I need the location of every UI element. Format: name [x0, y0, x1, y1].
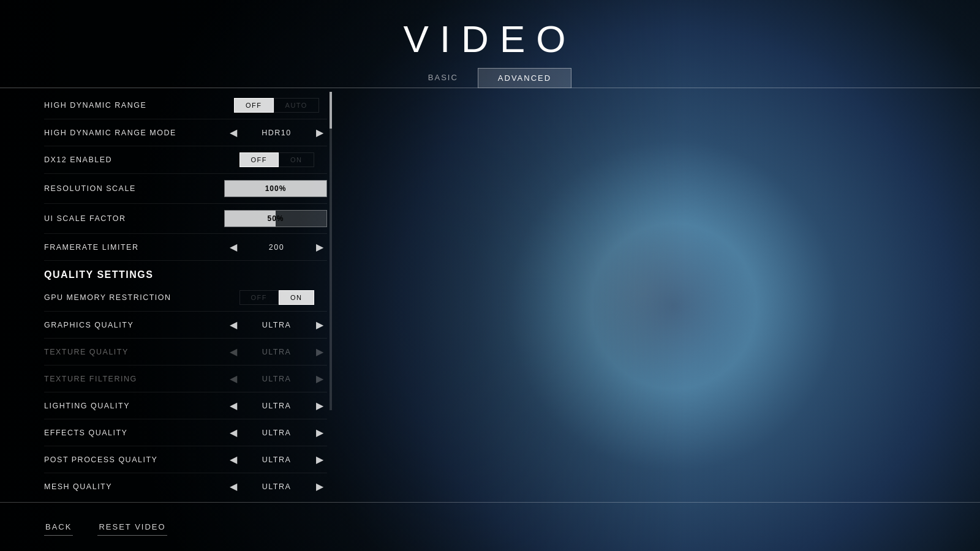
setting-row-resolution: RESOLUTION SCALE 100% [44, 174, 327, 204]
tab-advanced[interactable]: ADVANCED [478, 68, 571, 88]
setting-label-lighting-quality: LIGHTING QUALITY [44, 402, 130, 410]
setting-row-texture-filtering: TEXTURE FILTERING ◀ ULTRA ▶ [44, 365, 327, 392]
setting-row-hdr-mode: HIGH DYNAMIC RANGE MODE ◀ HDR10 ▶ [44, 119, 327, 146]
setting-control-hdr-mode: ◀ HDR10 ▶ [226, 126, 327, 140]
setting-control-hdr: OFF AUTO [226, 98, 327, 113]
arrow-right-graphics-quality[interactable]: ▶ [312, 318, 327, 332]
setting-control-mesh-quality: ◀ ULTRA ▶ [226, 479, 327, 493]
arrow-left-texture-quality[interactable]: ◀ [226, 345, 241, 359]
setting-control-effects-quality: ◀ ULTRA ▶ [226, 425, 327, 440]
toggle-group-hdr: OFF AUTO [234, 98, 319, 113]
tabs-container: BASIC ADVANCED [0, 68, 980, 88]
setting-label-dx12: DX12 ENABLED [44, 156, 112, 164]
setting-row-effects-quality: EFFECTS QUALITY ◀ ULTRA ▶ [44, 419, 327, 446]
arrow-left-framerate[interactable]: ◀ [226, 240, 241, 254]
setting-row-framerate: FRAMERATE LIMITER ◀ 200 ▶ [44, 234, 327, 261]
arrow-left-graphics-quality[interactable]: ◀ [226, 318, 241, 332]
settings-panel: HIGH DYNAMIC RANGE OFF AUTO HIGH DYNAMIC… [44, 92, 332, 496]
setting-label-texture-filtering: TEXTURE FILTERING [44, 375, 137, 383]
tab-basic[interactable]: BASIC [409, 68, 478, 88]
selector-value-post-process: ULTRA [252, 455, 301, 464]
setting-control-lighting-quality: ◀ ULTRA ▶ [226, 399, 327, 413]
setting-label-texture-quality: TEXTURE QUALITY [44, 348, 129, 356]
setting-label-hdr: HIGH DYNAMIC RANGE [44, 101, 146, 110]
setting-label-gpu-memory: GPU MEMORY RESTRICTION [44, 293, 172, 302]
arrow-right-framerate[interactable]: ▶ [312, 240, 327, 254]
arrow-left-post-process[interactable]: ◀ [226, 452, 241, 467]
bottom-bar: BACK RESET VIDEO [0, 502, 980, 551]
slider-value-ui-scale: 50% [267, 214, 284, 223]
page-title: VIDEO [0, 17, 980, 61]
slider-track-resolution: 100% [224, 180, 327, 197]
slider-resolution[interactable]: 100% [224, 180, 327, 197]
arrow-right-texture-quality[interactable]: ▶ [312, 345, 327, 359]
section-quality-settings: QUALITY SETTINGS [44, 261, 327, 284]
arrow-right-hdr-mode[interactable]: ▶ [312, 126, 327, 140]
setting-control-texture-quality: ◀ ULTRA ▶ [226, 345, 327, 359]
setting-row-ui-scale: UI SCALE FACTOR 50% [44, 204, 327, 234]
arrow-right-mesh-quality[interactable]: ▶ [312, 479, 327, 493]
setting-row-texture-quality: TEXTURE QUALITY ◀ ULTRA ▶ [44, 339, 327, 365]
setting-control-dx12: OFF ON [226, 152, 327, 167]
section-quality-settings-label: QUALITY SETTINGS [44, 269, 153, 280]
arrow-left-lighting-quality[interactable]: ◀ [226, 399, 241, 413]
slider-ui-scale[interactable]: 50% [224, 210, 327, 227]
selector-value-texture-filtering: ULTRA [252, 375, 301, 383]
toggle-off-gpu-memory[interactable]: OFF [239, 290, 279, 305]
setting-label-mesh-quality: MESH QUALITY [44, 482, 112, 491]
setting-control-gpu-memory: OFF ON [226, 290, 327, 305]
selector-value-framerate: 200 [252, 243, 301, 252]
toggle-group-gpu-memory: OFF ON [239, 290, 314, 305]
setting-control-framerate: ◀ 200 ▶ [226, 240, 327, 254]
slider-value-resolution: 100% [265, 184, 287, 193]
toggle-group-dx12: OFF ON [239, 152, 314, 167]
arrow-right-post-process[interactable]: ▶ [312, 452, 327, 467]
arrow-right-lighting-quality[interactable]: ▶ [312, 399, 327, 413]
setting-row-gpu-memory: GPU MEMORY RESTRICTION OFF ON [44, 284, 327, 312]
setting-control-post-process: ◀ ULTRA ▶ [226, 452, 327, 467]
setting-label-ui-scale: UI SCALE FACTOR [44, 214, 126, 223]
selector-value-hdr-mode: HDR10 [252, 129, 301, 137]
page: VIDEO BASIC ADVANCED HIGH DYNAMIC RANGE … [0, 0, 980, 551]
selector-value-mesh-quality: ULTRA [252, 482, 301, 491]
setting-label-graphics-quality: GRAPHICS QUALITY [44, 321, 134, 329]
setting-row-lighting-quality: LIGHTING QUALITY ◀ ULTRA ▶ [44, 392, 327, 419]
selector-value-texture-quality: ULTRA [252, 348, 301, 356]
toggle-off-dx12[interactable]: OFF [239, 152, 279, 167]
toggle-auto-hdr[interactable]: AUTO [274, 98, 319, 113]
arrow-left-texture-filtering[interactable]: ◀ [226, 372, 241, 386]
arrow-left-mesh-quality[interactable]: ◀ [226, 479, 241, 493]
setting-row-hdr: HIGH DYNAMIC RANGE OFF AUTO [44, 92, 327, 119]
arrow-right-texture-filtering[interactable]: ▶ [312, 372, 327, 386]
setting-label-hdr-mode: HIGH DYNAMIC RANGE MODE [44, 129, 176, 137]
header: VIDEO BASIC ADVANCED [0, 0, 980, 88]
selector-value-graphics-quality: ULTRA [252, 321, 301, 329]
arrow-left-hdr-mode[interactable]: ◀ [226, 126, 241, 140]
setting-control-texture-filtering: ◀ ULTRA ▶ [226, 372, 327, 386]
arrow-right-effects-quality[interactable]: ▶ [312, 425, 327, 440]
toggle-off-hdr[interactable]: OFF [234, 98, 274, 113]
setting-row-mesh-quality: MESH QUALITY ◀ ULTRA ▶ [44, 473, 327, 496]
setting-label-post-process: POST PROCESS QUALITY [44, 455, 157, 464]
back-button[interactable]: BACK [44, 519, 73, 536]
setting-row-post-process: POST PROCESS QUALITY ◀ ULTRA ▶ [44, 446, 327, 473]
arrow-left-effects-quality[interactable]: ◀ [226, 425, 241, 440]
toggle-on-gpu-memory[interactable]: ON [279, 290, 314, 305]
setting-control-graphics-quality: ◀ ULTRA ▶ [226, 318, 327, 332]
slider-track-ui-scale: 50% [224, 210, 327, 227]
selector-value-effects-quality: ULTRA [252, 429, 301, 437]
selector-value-lighting-quality: ULTRA [252, 402, 301, 410]
toggle-on-dx12[interactable]: ON [279, 152, 314, 167]
setting-label-effects-quality: EFFECTS QUALITY [44, 429, 127, 437]
setting-row-graphics-quality: GRAPHICS QUALITY ◀ ULTRA ▶ [44, 312, 327, 339]
setting-row-dx12: DX12 ENABLED OFF ON [44, 146, 327, 174]
setting-label-framerate: FRAMERATE LIMITER [44, 243, 138, 252]
reset-video-button[interactable]: RESET VIDEO [97, 519, 167, 536]
setting-label-resolution: RESOLUTION SCALE [44, 184, 136, 193]
